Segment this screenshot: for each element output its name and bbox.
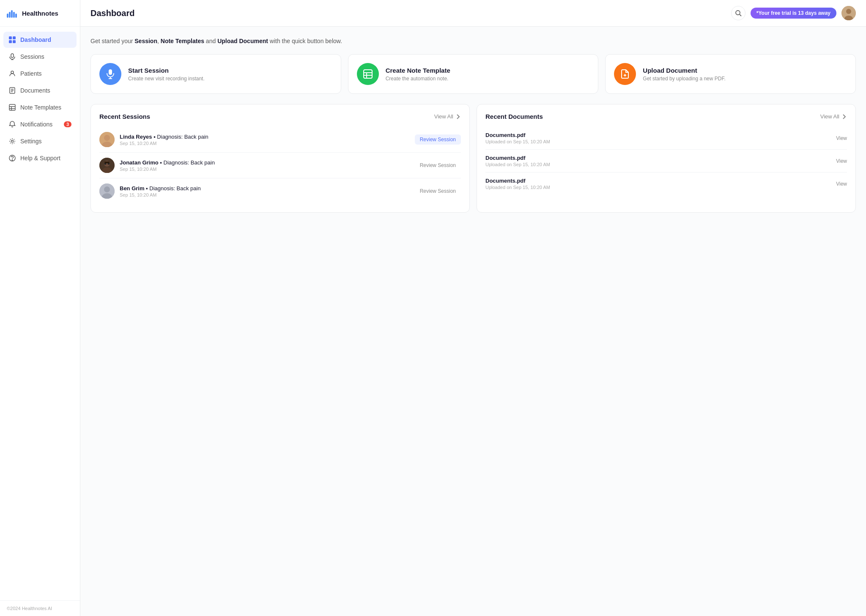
dashboard-icon xyxy=(8,36,16,44)
session-info-linda: Linda Reyes • Diagnosis: Back pain Sep 1… xyxy=(120,134,208,146)
recent-sessions-panel: Recent Sessions View All xyxy=(90,104,470,213)
sidebar-item-label: Help & Support xyxy=(20,155,60,162)
search-icon xyxy=(735,10,742,16)
svg-point-21 xyxy=(11,140,14,142)
sidebar-item-help[interactable]: Help & Support xyxy=(3,150,77,166)
upload-doc-icon xyxy=(614,63,636,85)
chevron-right-icon xyxy=(841,114,847,120)
sidebar-item-dashboard[interactable]: Dashboard xyxy=(3,32,77,48)
svg-line-25 xyxy=(740,14,741,16)
svg-point-24 xyxy=(736,11,740,15)
avatar[interactable] xyxy=(841,6,856,20)
sidebar-item-sessions[interactable]: Sessions xyxy=(3,49,77,65)
svg-rect-2 xyxy=(11,10,13,18)
svg-point-27 xyxy=(846,9,851,14)
sidebar-item-patients[interactable]: Patients xyxy=(3,66,77,82)
sessions-panel-header: Recent Sessions View All xyxy=(99,113,461,120)
review-session-button-ben[interactable]: Review Session xyxy=(415,186,461,196)
sidebar-item-label: Documents xyxy=(20,87,50,94)
session-avatar-jonatan xyxy=(99,158,115,173)
session-avatar-linda xyxy=(99,132,115,147)
session-info-jonatan: Jonatan Grimo • Diagnosis: Back pain Sep… xyxy=(120,159,215,172)
svg-point-12 xyxy=(11,71,14,74)
doc-view-link-1[interactable]: View xyxy=(836,135,847,141)
sidebar-item-settings[interactable]: Settings xyxy=(3,133,77,149)
sidebar-item-label: Note Templates xyxy=(20,104,61,111)
search-button[interactable] xyxy=(731,6,745,20)
session-item: Ben Grim • Diagnosis: Back pain Sep 15, … xyxy=(99,178,461,204)
svg-rect-0 xyxy=(7,14,8,18)
notification-badge: 3 xyxy=(64,121,71,127)
upload-doc-info: Upload Document Get started by uploading… xyxy=(643,67,725,82)
sidebar: Healthnotes Dashboard xyxy=(0,0,80,616)
sidebar-item-note-templates[interactable]: Note Templates xyxy=(3,99,77,115)
create-note-icon xyxy=(357,63,379,85)
documents-panel-header: Recent Documents View All xyxy=(485,113,847,120)
review-session-button-jonatan[interactable]: Review Session xyxy=(415,160,461,170)
start-session-card[interactable]: Start Session Create new visit recording… xyxy=(90,54,341,94)
logo: Healthnotes xyxy=(0,0,80,27)
file-icon xyxy=(8,87,16,94)
doc-view-link-3[interactable]: View xyxy=(836,181,847,187)
intro-bold-session: Session xyxy=(134,38,157,44)
create-note-title: Create Note Template xyxy=(386,67,450,74)
svg-rect-8 xyxy=(13,40,16,43)
create-note-template-card[interactable]: Create Note Template Create the automati… xyxy=(348,54,599,94)
footer-copyright: ©2024 Healthnotes AI xyxy=(0,600,80,616)
intro-text: Get started your Session, Note Templates… xyxy=(90,37,856,46)
intro-bold-upload: Upload Document xyxy=(217,38,268,44)
sidebar-nav: Dashboard Sessions Patients xyxy=(0,27,80,600)
svg-rect-46 xyxy=(104,162,110,163)
template-icon xyxy=(363,69,373,79)
upload-document-card[interactable]: Upload Document Get started by uploading… xyxy=(605,54,856,94)
mic-icon xyxy=(8,53,16,60)
start-session-info: Start Session Create new visit recording… xyxy=(128,67,205,82)
start-session-icon xyxy=(99,63,121,85)
doc-info-1: Documents.pdf Uploaded on Sep 15, 10:20 … xyxy=(485,132,550,144)
svg-point-48 xyxy=(104,186,110,192)
question-icon xyxy=(8,154,16,162)
svg-rect-29 xyxy=(109,69,112,75)
svg-rect-1 xyxy=(9,12,11,18)
intro-bold-templates: Note Templates xyxy=(161,38,204,44)
chevron-right-icon xyxy=(455,114,461,120)
table-icon xyxy=(8,104,16,111)
recent-documents-panel: Recent Documents View All Documents.pdf … xyxy=(477,104,856,213)
user-icon xyxy=(8,70,16,77)
sidebar-item-label: Patients xyxy=(20,70,42,77)
doc-info-3: Documents.pdf Uploaded on Sep 15, 10:20 … xyxy=(485,178,550,190)
logo-icon xyxy=(7,8,19,18)
session-item: Jonatan Grimo • Diagnosis: Back pain Sep… xyxy=(99,153,461,178)
svg-rect-5 xyxy=(9,36,12,39)
sidebar-item-label: Settings xyxy=(20,138,42,145)
upload-doc-title: Upload Document xyxy=(643,67,725,74)
avatar-image xyxy=(841,6,856,20)
start-session-title: Start Session xyxy=(128,67,205,74)
svg-rect-9 xyxy=(11,54,14,57)
sidebar-item-documents[interactable]: Documents xyxy=(3,82,77,99)
upload-doc-desc: Get started by uploading a new PDF. xyxy=(643,76,725,82)
create-note-desc: Create the automation note. xyxy=(386,76,450,82)
sidebar-item-label: Notifications xyxy=(20,121,52,128)
header: Dashboard *Your free trial is 13 days aw… xyxy=(80,0,866,27)
start-session-desc: Create new visit recording instant. xyxy=(128,76,205,82)
svg-point-39 xyxy=(104,135,110,141)
review-session-button-linda[interactable]: Review Session xyxy=(415,134,461,145)
bell-icon xyxy=(8,120,16,128)
svg-rect-3 xyxy=(13,12,15,18)
upload-icon xyxy=(620,69,630,79)
sessions-panel-title: Recent Sessions xyxy=(99,113,150,120)
sessions-view-all[interactable]: View All xyxy=(434,113,461,120)
header-actions: *Your free trial is 13 days away xyxy=(731,6,856,20)
documents-view-all[interactable]: View All xyxy=(820,113,847,120)
svg-rect-4 xyxy=(15,14,17,18)
panels-row: Recent Sessions View All xyxy=(90,104,856,213)
svg-point-23 xyxy=(12,160,13,161)
trial-badge[interactable]: *Your free trial is 13 days away xyxy=(751,8,836,19)
doc-info-2: Documents.pdf Uploaded on Sep 15, 10:20 … xyxy=(485,155,550,167)
gear-icon xyxy=(8,137,16,145)
sidebar-item-notifications[interactable]: Notifications 3 xyxy=(3,116,77,132)
session-avatar-ben xyxy=(99,183,115,199)
mic-icon xyxy=(105,69,115,79)
doc-view-link-2[interactable]: View xyxy=(836,158,847,164)
